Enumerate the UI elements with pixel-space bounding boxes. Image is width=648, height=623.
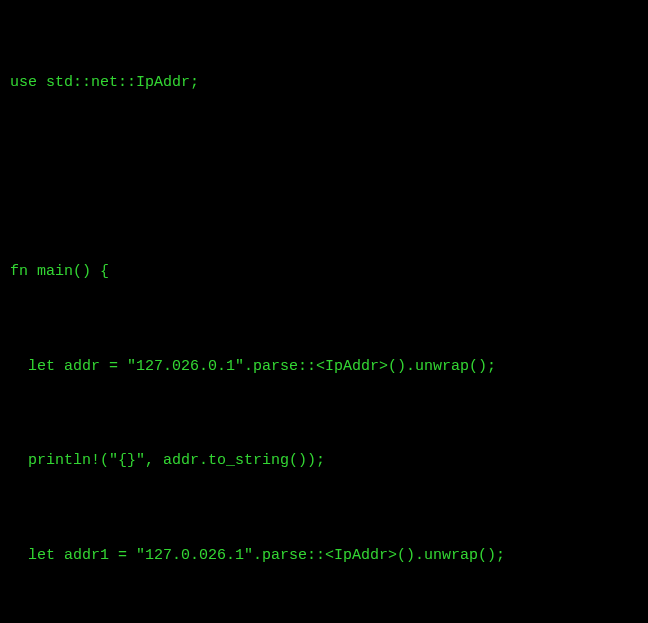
code-line: println!("{}", addr.to_string()); xyxy=(28,445,648,477)
code-line: let addr = "127.026.0.1".parse::<IpAddr>… xyxy=(28,351,648,383)
blank-line xyxy=(10,162,648,194)
code-line: use std::net::IpAddr; xyxy=(10,67,648,99)
code-line: fn main() { xyxy=(10,256,648,288)
source-code-block: use std::net::IpAddr; fn main() { let ad… xyxy=(10,4,648,623)
code-line: let addr1 = "127.0.026.1".parse::<IpAddr… xyxy=(28,540,648,572)
